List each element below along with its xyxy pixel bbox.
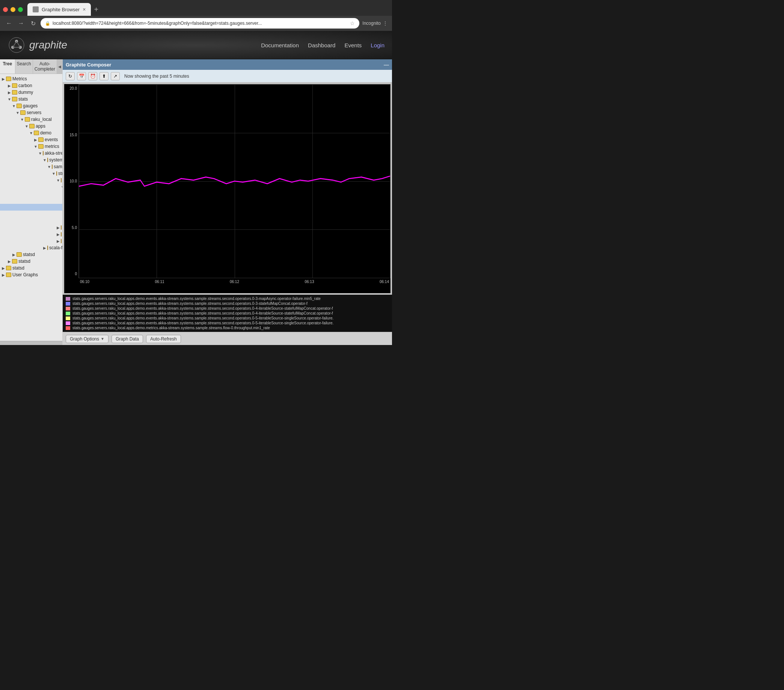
legend-text-5: stats.gauges.servers.raku_local.apps.dem…	[72, 321, 333, 325]
tree-item-second[interactable]: ▶ second	[0, 231, 63, 238]
tree-item-dummy[interactable]: ▶ dummy	[0, 89, 63, 96]
bookmark-icon[interactable]: ☆	[350, 20, 355, 26]
folder-icon	[16, 104, 22, 108]
auto-refresh-btn[interactable]: Auto-Refresh	[146, 335, 181, 343]
auto-refresh-label: Auto-Refresh	[150, 336, 177, 342]
legend-item-6: stats.gauges.servers.raku_local.apps.dem…	[66, 326, 389, 330]
tree-item-stats[interactable]: ▼ stats	[0, 96, 63, 102]
close-window-btn[interactable]	[3, 7, 8, 12]
calendar-btn[interactable]: 📅	[77, 72, 86, 80]
tree-item-min1-rate[interactable]: min1_rate	[0, 204, 63, 211]
tree-item-flow-0[interactable]: ▼ flow-0	[0, 177, 63, 184]
url-text: localhost:8080/?width=724&height=666&fro…	[53, 21, 348, 26]
tree-item-throughput[interactable]: ▼ throughput	[0, 184, 63, 190]
browser-tab[interactable]: Graphite Browser ×	[27, 3, 91, 16]
upload-btn[interactable]: ⬆	[99, 72, 109, 80]
extension-area: Incognito ⋮	[362, 21, 387, 26]
tree-item-events[interactable]: ▶ events	[0, 136, 63, 143]
nav-back-btn[interactable]: ←	[5, 20, 13, 26]
sidebar-collapse-btn[interactable]: ◀	[57, 59, 63, 74]
legend-color-4	[66, 316, 70, 320]
tree-item-mean-rate[interactable]: mean_rate	[0, 190, 63, 197]
nav-forward-btn[interactable]: →	[16, 20, 26, 26]
tree-label: scala-futures	[49, 245, 63, 250]
tree-item-metrics-sub[interactable]: ▼ metrics	[0, 143, 63, 150]
tree-item-demo[interactable]: ▼ demo	[0, 130, 63, 136]
legend-color-3	[66, 311, 70, 315]
tree-toggle: ▶	[1, 273, 6, 277]
nav-documentation[interactable]: Documentation	[261, 42, 299, 48]
tree-item-gauges[interactable]: ▼ gauges	[0, 102, 63, 109]
tree-label: dummy	[18, 90, 33, 95]
tree-toggle: ▶	[1, 77, 6, 81]
tree-item-statsd-1[interactable]: ▶ statsd	[0, 251, 63, 258]
url-field[interactable]: 🔒 localhost:8080/?width=724&height=666&f…	[41, 18, 359, 28]
tree-toggle: ▶	[56, 232, 61, 237]
folder-icon	[56, 171, 57, 176]
nav-reload-btn[interactable]: ↻	[28, 20, 38, 27]
tree-item-statsd-2[interactable]: ▶ statsd	[0, 258, 63, 265]
tree-item-servers[interactable]: ▼ servers	[0, 109, 63, 116]
tab-close-btn[interactable]: ×	[82, 7, 86, 12]
tree-item-scala-futures[interactable]: ▶ scala-futures	[0, 244, 63, 251]
tree-toggle: ▼	[51, 171, 56, 176]
tree-toggle: ▼	[56, 178, 61, 183]
tree-label: statsd	[23, 252, 35, 257]
tab-search[interactable]: Search	[15, 59, 33, 74]
tab-tree[interactable]: Tree	[0, 59, 15, 74]
refresh-btn[interactable]: ↻	[66, 72, 75, 80]
tree-item-flow-1[interactable]: ▶ flow-1	[0, 224, 63, 231]
logo-area: graphite	[8, 36, 67, 54]
nav-dashboard[interactable]: Dashboard	[308, 42, 335, 48]
legend-color-6	[66, 326, 70, 330]
tree-item-user-graphs[interactable]: ▶ User Graphs	[0, 272, 63, 278]
tree-item-apps[interactable]: ▼ apps	[0, 123, 63, 130]
folder-icon	[38, 137, 44, 142]
folder-icon	[61, 239, 62, 243]
tree-item-carbon[interactable]: ▶ carbon	[0, 82, 63, 89]
tree-item-akka-stream[interactable]: ▼ akka-stream	[0, 150, 63, 156]
new-tab-btn[interactable]: +	[91, 4, 101, 15]
maximize-window-btn[interactable]	[18, 7, 23, 12]
x-axis: 06:10 06:11 06:12 06:13 06:14	[79, 279, 390, 287]
tree-toggle: ▼	[60, 185, 63, 189]
tree-item-third[interactable]: ▶ third	[0, 238, 63, 244]
tree-item-streams[interactable]: ▼ streams	[0, 170, 63, 177]
tree-item-systems[interactable]: ▼ systems	[0, 156, 63, 163]
bottom-bar: Graph Options ▼ Graph Data Auto-Refresh	[63, 332, 392, 345]
tab-autocompleter[interactable]: Auto-Completer	[33, 59, 57, 74]
tree-toggle: ▶	[7, 91, 12, 95]
clock-btn[interactable]: ⏰	[88, 72, 97, 80]
folder-icon	[12, 97, 17, 101]
minimize-window-btn[interactable]	[10, 7, 15, 12]
share-btn[interactable]: ↗	[111, 72, 120, 80]
nav-login[interactable]: Login	[371, 42, 384, 48]
tree-toggle: ▼	[20, 117, 25, 122]
composer-title: Graphite Composer	[66, 62, 111, 68]
tree-toggle: ▼	[38, 151, 43, 155]
composer-close-btn[interactable]: —	[384, 62, 389, 68]
sidebar-scrollbar[interactable]	[0, 341, 63, 345]
extensions-btn[interactable]: ⋮	[383, 21, 387, 26]
tree-toggle: ▼	[46, 165, 52, 169]
nav-events[interactable]: Events	[344, 42, 362, 48]
tree-item-samples[interactable]: samples	[0, 217, 63, 224]
tree-item-statsd-root[interactable]: ▶ statsd	[0, 265, 63, 272]
toolbar-status: Now showing the past 5 minutes	[124, 74, 189, 79]
tree-label: statsd	[12, 265, 25, 271]
legend-item-2: stats.gauges.servers.raku_local.apps.dem…	[66, 306, 389, 311]
graph-data-btn[interactable]: Graph Data	[112, 335, 143, 343]
tree-item-raku-local[interactable]: ▼ raku_local	[0, 116, 63, 123]
legend-text-4: stats.gauges.servers.raku_local.apps.dem…	[72, 316, 333, 320]
tree-label: akka-stream	[44, 150, 63, 156]
app-logo-text: graphite	[29, 39, 67, 51]
tree-label: streams	[58, 171, 63, 176]
tree-toggle: ▼	[42, 158, 47, 162]
graph-options-btn[interactable]: Graph Options ▼	[66, 335, 109, 343]
tree-item-min15-rate[interactable]: min15_rate	[0, 197, 63, 204]
tree-item-sample[interactable]: ▼ sample	[0, 163, 63, 170]
legend-area: stats.gauges.servers.raku_local.apps.dem…	[63, 295, 392, 332]
tree-item-metrics[interactable]: ▶ Metrics	[0, 76, 63, 82]
tree-toggle: ▼	[15, 111, 20, 115]
tree-item-min5-rate[interactable]: min5_rate	[0, 211, 63, 217]
